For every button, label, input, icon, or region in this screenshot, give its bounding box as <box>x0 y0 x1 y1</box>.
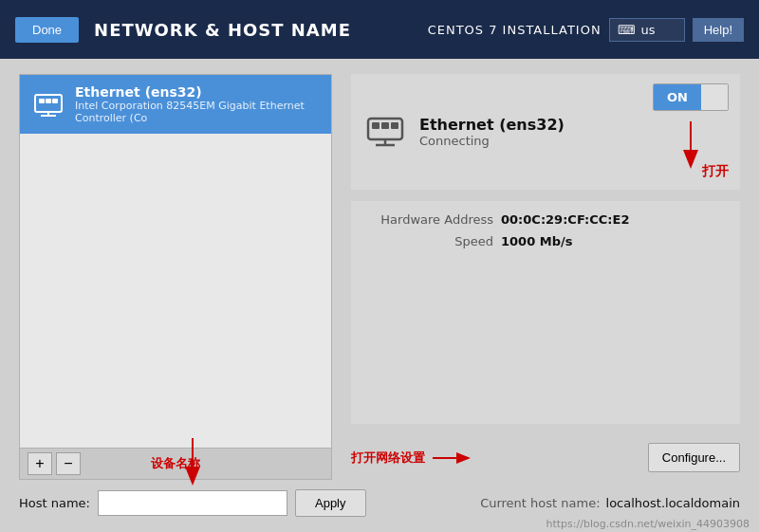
network-list-item[interactable]: Ethernet (ens32) Intel Corporation 82545… <box>20 75 331 134</box>
svg-rect-1 <box>39 99 45 103</box>
hardware-address-row: Hardware Address 00:0C:29:CF:CC:E2 <box>370 212 721 227</box>
speed-row: Speed 1000 Mb/s <box>370 234 721 248</box>
keyboard-icon: ⌨ <box>618 23 636 37</box>
header-right: CENTOS 7 INSTALLATION ⌨ us Help! <box>428 18 744 42</box>
svg-marker-15 <box>456 452 471 464</box>
device-icon <box>362 109 408 155</box>
list-controls: + − 设备名称 <box>19 449 332 480</box>
current-hostname-value: localhost.localdomain <box>606 496 740 510</box>
device-name: Ethernet (ens32) <box>419 116 565 134</box>
centos-title: CENTOS 7 INSTALLATION <box>428 23 602 37</box>
network-list: Ethernet (ens32) Intel Corporation 82545… <box>19 74 332 449</box>
configure-area: 打开网络设置 Configure... <box>351 435 740 480</box>
svg-rect-9 <box>391 122 398 129</box>
svg-rect-3 <box>52 99 58 103</box>
svg-marker-17 <box>185 467 200 486</box>
main-content: Ethernet (ens32) Intel Corporation 82545… <box>0 59 759 532</box>
keyboard-value: us <box>640 23 655 37</box>
help-button[interactable]: Help! <box>693 18 744 42</box>
speed-value: 1000 Mb/s <box>501 234 572 248</box>
device-header: Ethernet (ens32) Connecting ON <box>351 74 740 190</box>
header-left: Done NETWORK & HOST NAME <box>15 17 351 43</box>
down-arrow-icon <box>178 438 207 486</box>
watermark: https://blog.csdn.net/weixin_44903908 <box>546 518 750 530</box>
toggle-switch[interactable]: ON <box>653 83 729 111</box>
toggle-off[interactable] <box>701 84 728 110</box>
apply-button[interactable]: Apply <box>295 489 366 517</box>
current-hostname-label: Current host name: <box>480 496 600 510</box>
left-panel: Ethernet (ens32) Intel Corporation 82545… <box>19 74 332 480</box>
hostname-input[interactable] <box>98 490 287 516</box>
hostname-area: Host name: Apply Current host name: loca… <box>19 480 740 517</box>
right-arrow-icon <box>433 449 471 468</box>
device-details: Hardware Address 00:0C:29:CF:CC:E2 Speed… <box>351 201 740 424</box>
done-button[interactable]: Done <box>15 17 79 43</box>
remove-network-button[interactable]: − <box>56 452 81 475</box>
hostname-label: Host name: <box>19 496 90 510</box>
content-area: Ethernet (ens32) Intel Corporation 82545… <box>19 74 740 480</box>
device-header-left: Ethernet (ens32) Connecting <box>362 109 565 155</box>
keyboard-selector[interactable]: ⌨ us <box>609 18 685 42</box>
network-item-info: Ethernet (ens32) Intel Corporation 82545… <box>75 84 320 124</box>
svg-rect-2 <box>46 99 51 103</box>
hardware-address-label: Hardware Address <box>370 212 493 227</box>
speed-label: Speed <box>370 234 493 248</box>
header-title: NETWORK & HOST NAME <box>94 20 351 40</box>
add-network-button[interactable]: + <box>28 452 52 475</box>
svg-marker-13 <box>683 150 698 169</box>
svg-rect-8 <box>381 122 389 129</box>
open-network-annotation: 打开网络设置 <box>351 449 425 467</box>
toggle-on[interactable]: ON <box>654 84 701 110</box>
network-item-name: Ethernet (ens32) <box>75 84 320 100</box>
hardware-address-value: 00:0C:29:CF:CC:E2 <box>501 212 629 227</box>
network-item-desc: Intel Corporation 82545EM Gigabit Ethern… <box>75 100 320 124</box>
svg-rect-7 <box>372 122 380 129</box>
ethernet-icon <box>31 87 65 121</box>
header: Done NETWORK & HOST NAME CENTOS 7 INSTAL… <box>0 0 759 59</box>
current-hostname: Current host name: localhost.localdomain <box>480 496 740 510</box>
right-panel: Ethernet (ens32) Connecting ON <box>351 74 740 480</box>
device-info: Ethernet (ens32) Connecting <box>419 116 565 148</box>
device-status: Connecting <box>419 134 565 148</box>
configure-button[interactable]: Configure... <box>648 443 740 472</box>
